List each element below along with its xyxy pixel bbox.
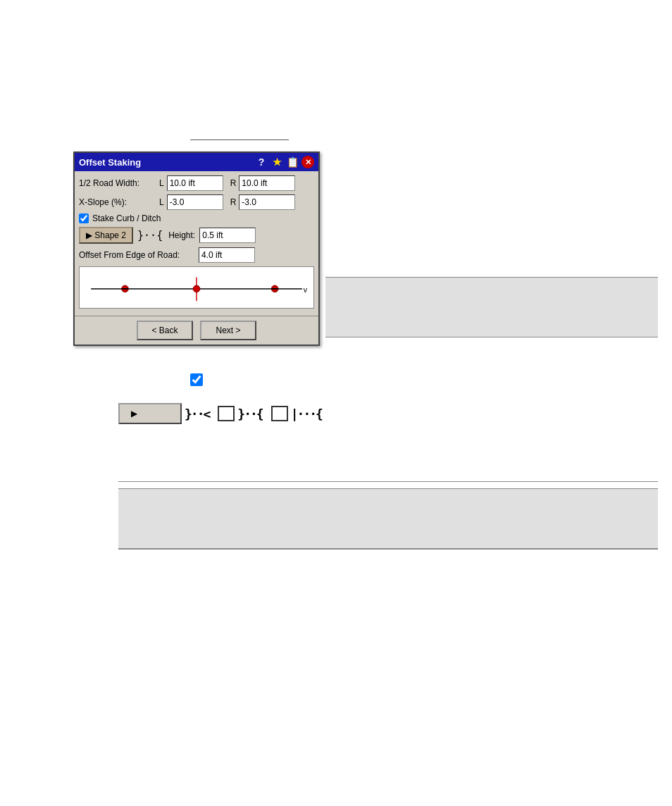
bottom-divider-bottom xyxy=(118,549,658,550)
info-box-bottom xyxy=(118,488,658,549)
offset-staking-dialog: Offset Staking ? ★ 📋 ✕ 1/2 Road Wi xyxy=(73,151,320,346)
stake-curb-label: Stake Curb / Ditch xyxy=(92,213,161,223)
shape-sym-3: |···{ xyxy=(291,407,322,421)
offset-symbol: }··{ xyxy=(137,229,163,242)
xslope-label: X-Slope (%): xyxy=(79,197,156,207)
shape-row: ▶ Shape 2 }··{ Height: xyxy=(79,227,314,244)
svg-point-3 xyxy=(193,285,200,292)
left-label-l2: L xyxy=(159,197,164,207)
standalone-checkbox-area xyxy=(190,373,203,386)
offset-from-edge-row: Offset From Edge of Road: xyxy=(79,247,314,263)
right-label-r1: R xyxy=(230,178,237,188)
shape-button[interactable]: ▶ Shape 2 xyxy=(79,227,133,244)
dialog-footer: < Back Next > xyxy=(75,316,318,345)
xslope-r-input[interactable] xyxy=(239,194,295,210)
diagram-svg: v xyxy=(80,267,313,308)
right-label-r2: R xyxy=(230,197,237,207)
shape-box-3 xyxy=(271,406,288,421)
close-button[interactable]: ✕ xyxy=(301,156,314,168)
page-container: Offset Staking ? ★ 📋 ✕ 1/2 Road Wi xyxy=(0,0,672,806)
shape-button-label: ▶ Shape 2 xyxy=(86,230,126,240)
back-button[interactable]: < Back xyxy=(137,321,193,340)
road-diagram: v xyxy=(79,266,314,309)
left-label-l: L xyxy=(159,178,164,188)
help-icon[interactable]: ? xyxy=(255,156,268,168)
standalone-checkbox[interactable] xyxy=(190,373,203,386)
svg-text:v: v xyxy=(304,285,308,294)
stake-curb-row: Stake Curb / Ditch xyxy=(79,213,314,223)
half-road-width-l-input[interactable] xyxy=(167,175,223,191)
dialog-body: 1/2 Road Width: L R X-Slope (%): L R Sta… xyxy=(75,171,318,316)
top-divider-line xyxy=(190,140,289,140)
info-box-top xyxy=(325,277,658,337)
next-button[interactable]: Next > xyxy=(200,321,256,340)
shape-box-2 xyxy=(218,406,235,421)
half-road-width-row: 1/2 Road Width: L R xyxy=(79,175,314,191)
shape-btn-1[interactable]: ▶ xyxy=(118,403,182,424)
offset-from-edge-input[interactable] xyxy=(199,247,255,263)
shape-sym-1: }··< xyxy=(185,407,209,421)
shape-btn-item-3: |···{ xyxy=(271,406,322,421)
shape-btn-item-2: }··{ xyxy=(218,406,262,421)
xslope-row: X-Slope (%): L R xyxy=(79,194,314,210)
save-icon[interactable]: 📋 xyxy=(286,156,299,168)
dialog-titlebar: Offset Staking ? ★ 📋 ✕ xyxy=(75,153,318,171)
xslope-l-input[interactable] xyxy=(167,194,223,210)
bottom-divider-top xyxy=(118,481,658,482)
star-icon[interactable]: ★ xyxy=(270,156,283,168)
titlebar-icons: ? ★ 📋 ✕ xyxy=(255,156,314,168)
half-road-width-label: 1/2 Road Width: xyxy=(79,178,156,188)
half-road-width-r-input[interactable] xyxy=(239,175,295,191)
shape-sym-2: }··{ xyxy=(237,407,262,421)
height-input[interactable] xyxy=(199,228,256,243)
stake-curb-checkbox[interactable] xyxy=(79,213,89,223)
shape-btn-1-arrow: ▶ xyxy=(131,409,137,418)
height-label: Height: xyxy=(168,230,195,240)
dialog-title: Offset Staking xyxy=(79,157,141,168)
shape-buttons-row: ▶ }··< }··{ |···{ xyxy=(118,403,322,424)
shape-btn-item-1: ▶ }··< xyxy=(118,403,209,424)
offset-from-edge-label: Offset From Edge of Road: xyxy=(79,250,199,260)
